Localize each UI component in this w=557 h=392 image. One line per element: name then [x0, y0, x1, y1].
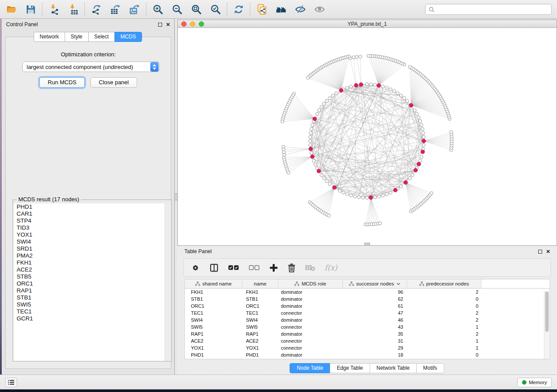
close-table-panel-icon[interactable]: × [546, 249, 550, 254]
task-history-button[interactable] [5, 378, 17, 387]
zoom-fit-button[interactable] [190, 3, 202, 15]
delete-columns-trash-icon[interactable] [287, 263, 296, 272]
table-scrollbar[interactable] [544, 291, 549, 359]
table-cell[interactable]: 2 [407, 330, 481, 337]
show-hidden-button[interactable] [313, 3, 325, 15]
table-cell[interactable]: 61 [343, 303, 407, 309]
table-cell[interactable]: SWI5 [242, 323, 278, 330]
table-cell[interactable]: STB1 [242, 296, 278, 303]
mcds-node-item[interactable]: SWI4 [14, 238, 171, 245]
table-row[interactable]: FKH1FKH1dominator962 [185, 289, 550, 296]
close-panel-icon[interactable]: × [166, 22, 170, 27]
table-cell[interactable]: RAP1 [185, 330, 242, 337]
table-cell[interactable]: PHD1 [185, 351, 242, 358]
search-input[interactable] [425, 4, 552, 15]
column-header-successor-nodes[interactable]: successor nodes [343, 279, 407, 289]
mcds-node-item[interactable]: ORC1 [14, 280, 171, 287]
table-cell[interactable]: connector [278, 344, 343, 351]
mcds-node-item[interactable]: STB1 [14, 294, 171, 301]
horizontal-splitter-grip[interactable] [364, 243, 370, 246]
mcds-node-item[interactable]: GCR1 [14, 315, 171, 322]
mcds-node-item[interactable]: SWI5 [14, 301, 171, 308]
new-network-from-selection-button[interactable] [256, 3, 268, 15]
run-mcds-button[interactable]: Run MCDS [39, 77, 85, 88]
zoom-out-button[interactable] [171, 3, 183, 15]
close-panel-button[interactable]: Close panel [90, 77, 137, 88]
column-header-predecessor-nodes[interactable]: predecessor nodes [407, 279, 481, 289]
close-window-icon[interactable] [181, 21, 187, 27]
column-header-shared-name[interactable]: shared name [185, 279, 242, 289]
mcds-node-item[interactable]: CAR1 [14, 210, 171, 217]
table-cell[interactable]: 2 [407, 316, 481, 323]
tab-style[interactable]: Style [65, 32, 89, 42]
memory-button[interactable]: Memory [517, 378, 552, 387]
houses-button[interactable] [275, 3, 287, 15]
table-cell[interactable]: 46 [343, 316, 407, 323]
network-window-titlebar[interactable]: YPA_prune.txt_1 [178, 20, 557, 28]
table-cell[interactable]: SWI4 [185, 316, 242, 323]
column-header-name[interactable]: name [242, 279, 278, 289]
table-cell[interactable]: 0 [407, 296, 481, 303]
mcds-node-item[interactable]: PMA2 [14, 252, 171, 259]
table-cell[interactable]: 1 [407, 337, 481, 344]
table-row[interactable]: PHD1PHD1dominator180 [185, 351, 550, 358]
mcds-node-item[interactable]: FKH1 [14, 259, 171, 266]
table-cell[interactable]: 43 [343, 323, 407, 330]
tab-mcds[interactable]: MCDS [114, 32, 142, 42]
deselect-all-checkboxes-icon[interactable] [249, 265, 260, 271]
table-row[interactable]: SWI5SWI5connector431 [185, 323, 550, 330]
table-row[interactable]: RAP1RAP1dominator352 [185, 330, 550, 337]
export-image-button[interactable] [128, 3, 141, 15]
mcds-node-item[interactable]: STP4 [14, 217, 171, 224]
mcds-node-item[interactable]: ACE2 [14, 266, 171, 273]
table-row[interactable]: ACE2ACE2connector311 [185, 337, 550, 344]
hide-selected-button[interactable] [294, 3, 306, 15]
settings-gear-icon[interactable] [191, 263, 200, 272]
table-cell[interactable]: SWI5 [185, 323, 242, 330]
mcds-node-item[interactable]: RAP1 [14, 287, 171, 294]
table-cell[interactable]: 1 [407, 344, 481, 351]
split-view-icon[interactable] [209, 263, 219, 272]
float-panel-icon[interactable] [158, 23, 162, 27]
table-cell[interactable]: FKH1 [185, 289, 242, 296]
tab-network-table[interactable]: Network Table [370, 363, 417, 373]
table-cell[interactable]: 47 [343, 309, 407, 316]
table-cell[interactable]: 0 [407, 351, 481, 358]
table-cell[interactable]: dominator [278, 289, 343, 296]
table-cell[interactable]: YOX1 [242, 344, 278, 351]
import-table-button[interactable] [67, 3, 79, 15]
maximize-window-icon[interactable] [199, 21, 204, 27]
export-network-button[interactable] [90, 3, 102, 15]
delete-table-icon[interactable] [305, 264, 315, 272]
table-cell[interactable]: TEC1 [242, 309, 278, 316]
table-cell[interactable]: connector [278, 337, 343, 344]
table-cell[interactable]: dominator [278, 296, 343, 303]
function-builder-button[interactable]: f(x) [325, 263, 337, 272]
table-cell[interactable]: RAP1 [242, 330, 278, 337]
mcds-node-item[interactable]: YOX1 [14, 231, 171, 238]
table-row[interactable]: TEC1TEC1connector472 [185, 309, 550, 316]
table-cell[interactable]: SWI4 [242, 316, 278, 323]
network-canvas-svg[interactable] [178, 28, 557, 245]
minimize-window-icon[interactable] [190, 21, 195, 27]
mcds-node-item[interactable]: TEC1 [14, 308, 171, 315]
table-cell[interactable]: 1 [407, 323, 481, 330]
table-scrollbar-thumb[interactable] [545, 292, 549, 332]
table-cell[interactable]: 0 [407, 303, 481, 309]
import-network-button[interactable] [48, 3, 60, 15]
tab-edge-table[interactable]: Edge Table [330, 363, 370, 373]
table-row[interactable]: YOX1YOX1connector291 [185, 344, 550, 351]
table-row[interactable]: STB1STB1dominator620 [185, 296, 550, 303]
mcds-result-list[interactable]: PHD1CAR1STP4TID3YOX1SWI4SRD1PMA2FKH1ACE2… [14, 203, 171, 361]
table-cell[interactable]: dominator [278, 303, 343, 309]
tab-node-table[interactable]: Node Table [290, 363, 330, 373]
save-session-button[interactable] [24, 3, 37, 15]
table-cell[interactable]: 62 [343, 296, 407, 303]
float-table-panel-icon[interactable] [538, 250, 542, 254]
table-row[interactable]: SWI4SWI4dominator462 [185, 316, 550, 323]
table-cell[interactable]: connector [278, 323, 343, 330]
column-header-mcds-role[interactable]: MCDS role [278, 279, 343, 289]
table-cell[interactable]: TEC1 [185, 309, 242, 316]
refresh-button[interactable] [232, 3, 245, 15]
table-cell[interactable]: dominator [278, 330, 343, 337]
